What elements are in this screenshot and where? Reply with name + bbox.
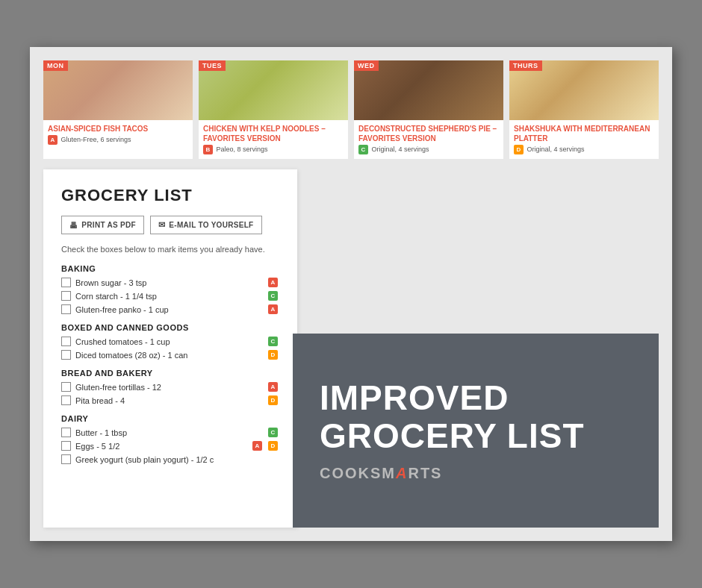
item-text: Greek yogurt (sub plain yogurt) - 1/2 c — [75, 455, 279, 464]
list-item: Brown sugar - 3 tspA — [61, 278, 279, 287]
list-item: Gluten-free panko - 1 cupA — [61, 304, 279, 314]
meal-badge: A — [48, 135, 58, 145]
meal-meta: C Original, 4 servings — [358, 145, 499, 154]
item-text: Gluten-free tortillas - 12 — [75, 383, 264, 392]
instructions-text: Check the boxes below to mark items you … — [61, 245, 279, 254]
overlay-line1: IMPROVED — [320, 379, 584, 417]
meal-badge: B — [203, 145, 213, 154]
item-text: Pita bread - 4 — [75, 396, 264, 405]
section-header: BAKING — [61, 264, 279, 273]
grocery-card: GROCERY LIST 🖶 PRINT AS PDF ✉ E-MAIL TO … — [43, 169, 297, 528]
outer-container: MON ASIAN-SPICED FISH TACOS A Gluten-Fre… — [30, 47, 672, 541]
section-header: BREAD AND BAKERY — [61, 369, 279, 378]
item-checkbox[interactable] — [61, 382, 71, 392]
print-icon: 🖶 — [69, 221, 78, 230]
email-button[interactable]: ✉ E-MAIL TO YOURSELF — [150, 216, 262, 234]
item-text: Corn starch - 1 1/4 tsp — [75, 292, 264, 301]
meal-title: DECONSTRUCTED SHEPHERD'S PIE – FAVORITES… — [358, 124, 499, 143]
item-checkbox[interactable] — [61, 304, 71, 314]
meals-row: MON ASIAN-SPICED FISH TACOS A Gluten-Fre… — [43, 60, 659, 159]
item-badge: D — [268, 350, 278, 360]
meal-badge: C — [358, 145, 368, 154]
item-badge: A — [268, 304, 278, 314]
item-badge: A — [252, 441, 262, 451]
item-text: Crushed tomatoes - 1 cup — [75, 337, 264, 346]
item-text: Brown sugar - 3 tsp — [75, 278, 264, 287]
meal-title: SHAKSHUKA WITH MEDITERRANEAN PLATTER — [514, 124, 654, 143]
main-layout: GROCERY LIST 🖶 PRINT AS PDF ✉ E-MAIL TO … — [43, 169, 659, 528]
item-badge-2: D — [268, 441, 278, 451]
list-item: Crushed tomatoes - 1 cupC — [61, 337, 279, 346]
list-item: Greek yogurt (sub plain yogurt) - 1/2 c — [61, 454, 279, 464]
list-item: Gluten-free tortillas - 12A — [61, 382, 279, 392]
section-header: DAIRY — [61, 414, 279, 423]
email-icon: ✉ — [158, 220, 165, 230]
print-label: PRINT AS PDF — [81, 221, 136, 229]
meal-title: ASIAN-SPICED FISH TACOS — [48, 124, 188, 134]
meal-badge: D — [514, 145, 524, 154]
item-badge: C — [268, 337, 278, 346]
list-item: Butter - 1 tbspC — [61, 428, 279, 437]
overlay-brand: COOKSMARTS — [320, 465, 442, 482]
meal-image: TUES — [199, 60, 348, 120]
meal-title: CHICKEN WITH KELP NOODLES – FAVORITES VE… — [203, 124, 344, 143]
item-text: Diced tomatoes (28 oz) - 1 can — [75, 351, 264, 360]
day-badge: WED — [354, 60, 379, 71]
item-badge: A — [268, 382, 278, 392]
overlay-panel: IMPROVED GROCERY LIST COOKSMARTS — [293, 334, 659, 528]
item-text: Eggs - 5 1/2 — [75, 442, 248, 451]
item-text: Gluten-free panko - 1 cup — [75, 305, 264, 314]
item-checkbox[interactable] — [61, 395, 71, 405]
meal-image: THURS — [509, 60, 659, 120]
item-badge: A — [268, 278, 278, 287]
meal-card: WED DECONSTRUCTED SHEPHERD'S PIE – FAVOR… — [354, 60, 503, 159]
list-item: Eggs - 5 1/2AD — [61, 441, 279, 451]
item-badge: C — [268, 291, 278, 301]
meal-card: TUES CHICKEN WITH KELP NOODLES – FAVORIT… — [199, 60, 348, 159]
item-checkbox[interactable] — [61, 337, 71, 346]
print-pdf-button[interactable]: 🖶 PRINT AS PDF — [61, 216, 144, 234]
meal-card: THURS SHAKSHUKA WITH MEDITERRANEAN PLATT… — [509, 60, 659, 159]
meal-meta: D Original, 4 servings — [514, 145, 654, 154]
meal-image: MON — [43, 60, 193, 120]
meal-meta: A Gluten-Free, 6 servings — [48, 135, 188, 145]
item-checkbox[interactable] — [61, 428, 71, 437]
meal-card-body: CHICKEN WITH KELP NOODLES – FAVORITES VE… — [199, 120, 348, 159]
item-badge: D — [268, 395, 278, 405]
item-checkbox[interactable] — [61, 278, 71, 287]
section-header: BOXED AND CANNED GOODS — [61, 323, 279, 332]
meal-card: MON ASIAN-SPICED FISH TACOS A Gluten-Fre… — [43, 60, 193, 159]
grocery-list-title: GROCERY LIST — [61, 186, 279, 205]
day-badge: MON — [43, 60, 68, 71]
item-checkbox[interactable] — [61, 441, 71, 451]
button-row: 🖶 PRINT AS PDF ✉ E-MAIL TO YOURSELF — [61, 216, 279, 234]
item-checkbox[interactable] — [61, 291, 71, 301]
meal-card-body: SHAKSHUKA WITH MEDITERRANEAN PLATTER D O… — [509, 120, 659, 159]
grocery-sections: BAKINGBrown sugar - 3 tspACorn starch - … — [61, 264, 279, 464]
meal-image: WED — [354, 60, 503, 120]
meal-card-body: ASIAN-SPICED FISH TACOS A Gluten-Free, 6… — [43, 120, 193, 149]
meal-card-body: DECONSTRUCTED SHEPHERD'S PIE – FAVORITES… — [354, 120, 503, 159]
overlay-title: IMPROVED GROCERY LIST — [320, 379, 584, 454]
item-checkbox[interactable] — [61, 454, 71, 464]
item-checkbox[interactable] — [61, 350, 71, 360]
overlay-line2: GROCERY LIST — [320, 417, 584, 455]
day-badge: THURS — [509, 60, 542, 71]
list-item: Pita bread - 4D — [61, 395, 279, 405]
item-badge: C — [268, 428, 278, 437]
email-label: E-MAIL TO YOURSELF — [169, 221, 253, 229]
meal-meta: B Paleo, 8 servings — [203, 145, 344, 154]
list-item: Diced tomatoes (28 oz) - 1 canD — [61, 350, 279, 360]
day-badge: TUES — [199, 60, 226, 71]
list-item: Corn starch - 1 1/4 tspC — [61, 291, 279, 301]
item-text: Butter - 1 tbsp — [75, 428, 264, 437]
